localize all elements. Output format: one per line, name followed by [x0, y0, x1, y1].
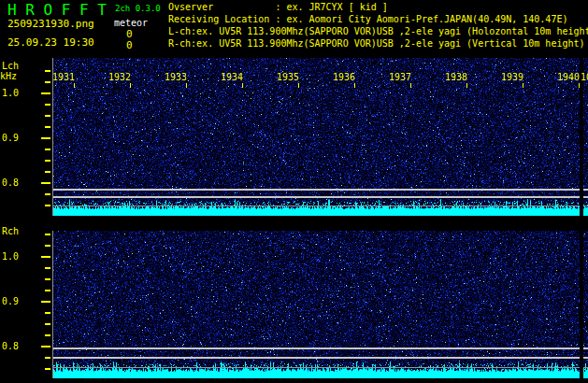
header-lch-line: L-ch:ex. UV5R 113.900Mhz(SAPPORO VOR)USB…	[168, 26, 588, 36]
freq-minor-tick	[45, 149, 50, 150]
time-minute-tick	[466, 83, 467, 88]
time-minute-tick	[523, 83, 523, 88]
header-rch-line: R-ch:ex. UV5R 113.900Mhz(SAPPORO VOR)USB…	[168, 38, 585, 49]
freq-minor-tick	[45, 290, 50, 291]
header-location-line: Receiving Location : ex. Aomori City Aom…	[168, 14, 567, 24]
time-minute-tick	[74, 83, 75, 88]
meteor-count-rch: 0	[126, 40, 133, 50]
freq-minor-tick	[45, 104, 50, 106]
freq-major-tick	[41, 92, 50, 94]
meteor-count-lch: 0	[126, 29, 133, 39]
freq-tick-label: 0.8	[2, 341, 19, 351]
time-label: 1931	[52, 72, 75, 82]
time-label: 1934	[221, 72, 243, 82]
time-minute-tick	[579, 83, 580, 88]
time-label: 1940	[557, 72, 580, 82]
freq-minor-tick	[45, 234, 50, 235]
freq-minor-tick	[45, 171, 50, 173]
freq-major-tick	[41, 301, 50, 303]
time-minute-tick	[130, 83, 131, 88]
time-minute-tick	[242, 83, 243, 88]
app-version: 2ch 0.3.0	[115, 4, 161, 14]
freq-minor-tick	[45, 70, 50, 72]
freq-minor-tick	[45, 278, 50, 280]
time-label: 1937	[389, 72, 411, 82]
time-minute-tick	[298, 83, 299, 88]
hrofft-screen: H R O F F T 2ch 0.3.0 2509231930.png 25.…	[0, 0, 588, 383]
time-minute-tick	[354, 83, 355, 88]
rch-spectrogram	[52, 231, 588, 378]
time-minute-tick	[186, 83, 187, 88]
time-label: 1933	[165, 72, 187, 82]
freq-minor-tick	[45, 193, 50, 195]
freq-minor-tick	[45, 323, 50, 325]
time-label: 1939	[501, 72, 523, 82]
freq-major-tick	[41, 137, 50, 139]
time-label: 1938	[445, 72, 467, 82]
time-minute-tick	[410, 83, 411, 88]
freq-tick-label: 0.8	[2, 177, 19, 188]
timestamp: 25.09.23 19:30	[7, 37, 94, 49]
rch-label: Rch	[2, 226, 19, 236]
time-label: 1935	[277, 72, 299, 82]
freq-minor-tick	[45, 245, 50, 247]
freq-minor-tick	[45, 160, 50, 162]
freq-tick-label: 0.9	[2, 133, 19, 143]
freq-major-tick	[41, 346, 50, 348]
freq-minor-tick	[45, 205, 50, 206]
header-observer-line: Ovserver : ex. JR7CYX [ kid ]	[168, 2, 388, 12]
freq-minor-tick	[45, 368, 50, 370]
freq-minor-tick	[45, 81, 50, 83]
freq-minor-tick	[45, 267, 50, 269]
time-label: 1936	[333, 72, 355, 82]
freq-tick-label: 0.9	[2, 296, 19, 306]
freq-minor-tick	[45, 357, 50, 359]
freq-minor-tick	[45, 312, 50, 314]
freq-minor-tick	[45, 115, 50, 117]
lch-label: Lch	[2, 61, 19, 71]
output-filename: 2509231930.png	[7, 19, 94, 30]
freq-minor-tick	[45, 334, 50, 336]
freq-minor-tick	[45, 126, 50, 128]
khz-unit-label: kHz	[0, 71, 17, 81]
time-label-fragment: 10	[581, 72, 588, 82]
app-title: H R O F F T	[7, 4, 107, 17]
time-label: 1932	[108, 72, 131, 82]
freq-major-tick	[41, 182, 50, 184]
freq-major-tick	[41, 256, 50, 258]
freq-tick-label: 1.0	[2, 88, 19, 98]
meteor-counter-label: meteor	[114, 18, 148, 28]
freq-tick-label: 1.0	[2, 251, 19, 262]
